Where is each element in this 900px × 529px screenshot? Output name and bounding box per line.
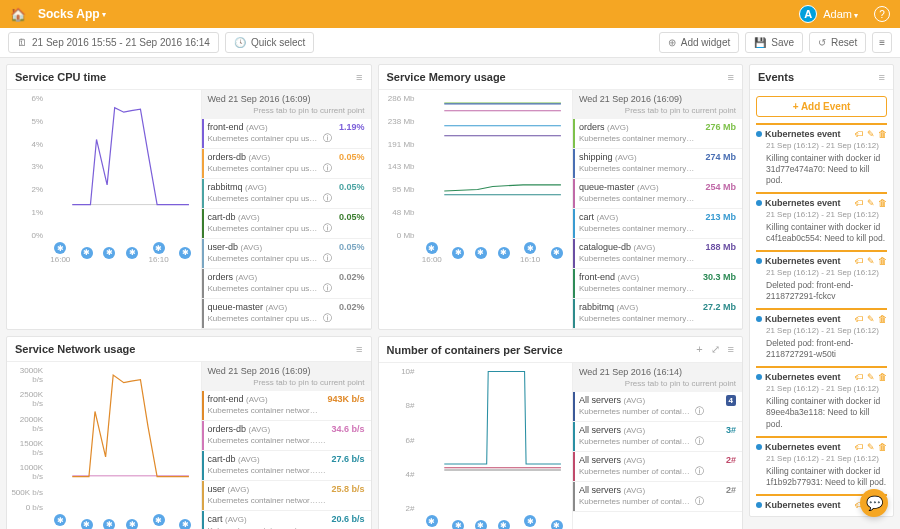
edit-icon[interactable]: ✎ <box>867 256 875 266</box>
legend-row[interactable]: .lrow[style*='#e08a2a']::before{backgrou… <box>202 391 371 421</box>
legend-row[interactable]: .lrow[style*='#d177b8']::before{backgrou… <box>202 421 371 451</box>
info-icon[interactable]: ⓘ <box>323 253 332 263</box>
tag-icon[interactable]: 🏷 <box>855 256 864 266</box>
quick-select-button[interactable]: 🕓Quick select <box>225 32 314 53</box>
event-item[interactable]: Kubernetes event 🏷 ✎ 🗑 21 Sep (16:12) - … <box>756 308 887 360</box>
event-item[interactable]: Kubernetes event 🏷 ✎ 🗑 21 Sep (16:12) - … <box>756 366 887 429</box>
info-icon[interactable]: ⓘ <box>323 465 327 475</box>
tag-icon[interactable]: 🏷 <box>855 129 864 139</box>
reset-button[interactable]: ↺Reset <box>809 32 866 53</box>
legend-row[interactable]: .lrow[style*='#6a4fa3']::before{backgrou… <box>573 239 742 269</box>
panel-menu-icon[interactable]: ≡ <box>728 343 734 356</box>
tag-icon[interactable]: 🏷 <box>855 372 864 382</box>
home-icon[interactable]: 🏠 <box>10 7 26 22</box>
edit-icon[interactable]: ✎ <box>867 129 875 139</box>
info-icon[interactable]: ⓘ <box>695 496 704 506</box>
legend-row[interactable]: .lrow[style*='#2a8fa3']::before{backgrou… <box>202 451 371 481</box>
info-icon[interactable]: ⓘ <box>695 466 704 476</box>
delete-icon[interactable]: 🗑 <box>878 372 887 382</box>
legend-row[interactable]: .lrow[style*='#8a8a8a']::before{backgrou… <box>202 299 371 329</box>
panel-menu-icon[interactable]: ≡ <box>356 71 362 83</box>
legend-row[interactable]: .lrow[style*='#c04a6b']::before{backgrou… <box>573 452 742 482</box>
x-tick: ✱16:10 <box>149 242 169 264</box>
chart-cpu[interactable]: 6%5%4%3%2%1%0% ✱16:00✱✱✱✱16:10✱ <box>11 94 197 264</box>
delete-icon[interactable]: 🗑 <box>878 314 887 324</box>
help-icon[interactable]: ? <box>874 6 890 22</box>
panel-menu-icon[interactable]: ≡ <box>728 71 734 83</box>
legend-row[interactable]: .lrow[style*='#d9a447']::before{backgrou… <box>202 481 371 511</box>
tag-icon[interactable]: 🏷 <box>855 442 864 452</box>
legend-row[interactable]: .lrow[style*='#2a8fa3']::before{backgrou… <box>202 511 371 529</box>
info-icon[interactable]: ⓘ <box>323 193 332 203</box>
event-message: Killing container with docker id 89ee4ba… <box>766 396 887 429</box>
delete-icon[interactable]: 🗑 <box>878 198 887 208</box>
legend-row[interactable]: .lrow[style*='#3a7d2e']::before{backgrou… <box>202 209 371 239</box>
edit-icon[interactable]: ✎ <box>867 314 875 324</box>
tooltip-hint: Press tab to pin to current point <box>208 106 365 115</box>
tag-icon[interactable]: 🏷 <box>855 198 864 208</box>
edit-icon[interactable]: ✎ <box>867 372 875 382</box>
legend-name: orders-db (AVG) <box>208 424 328 434</box>
chart-mem[interactable]: 286 Mb238 Mb191 Mb143 Mb95 Mb48 Mb0 Mb ✱… <box>383 94 569 264</box>
info-icon[interactable]: ⓘ <box>699 133 701 143</box>
info-icon[interactable]: ⓘ <box>323 163 332 173</box>
delete-icon[interactable]: 🗑 <box>878 129 887 139</box>
edit-icon[interactable]: ✎ <box>867 442 875 452</box>
panel-menu-icon[interactable]: ≡ <box>879 71 885 83</box>
user-menu[interactable]: Adam▾ <box>823 8 858 20</box>
info-icon[interactable]: ⓘ <box>323 283 332 293</box>
legend-row[interactable]: .lrow[style*='#4a6fb3']::before{backgrou… <box>573 149 742 179</box>
legend-row[interactable]: .lrow[style*='#2e8b57']::before{backgrou… <box>573 269 742 299</box>
info-icon[interactable]: ⓘ <box>323 435 327 445</box>
event-dot-icon <box>756 200 762 206</box>
expand-icon[interactable]: ⤢ <box>711 343 720 356</box>
chart-net[interactable]: 3000K b/s2500K b/s2000K b/s1500K b/s1000… <box>11 366 197 529</box>
legend-name: queue-master (AVG) <box>579 182 701 192</box>
event-item[interactable]: Kubernetes event 🏷 ✎ 🗑 21 Sep (16:12) - … <box>756 250 887 302</box>
info-icon[interactable]: ⓘ <box>323 525 327 529</box>
legend-row[interactable]: .lrow[style*='#8a8a8a']::before{backgrou… <box>202 269 371 299</box>
info-icon[interactable]: ⓘ <box>695 406 704 416</box>
legend-row[interactable]: .lrow[style*='#7b5fd9']::before{backgrou… <box>202 119 371 149</box>
avatar[interactable]: A <box>799 5 817 23</box>
legend-row[interactable]: .lrow[style*='#3b5998']::before{backgrou… <box>573 392 742 422</box>
legend-row[interactable]: .lrow[style*='#7ec14b']::before{backgrou… <box>573 119 742 149</box>
layout-menu-button[interactable]: ≡ <box>872 32 892 53</box>
event-item[interactable]: Kubernetes event 🏷 ✎ 🗑 21 Sep (16:12) - … <box>756 436 887 488</box>
delete-icon[interactable]: 🗑 <box>878 256 887 266</box>
app-title[interactable]: Socks App <box>38 7 100 21</box>
delete-icon[interactable]: 🗑 <box>878 442 887 452</box>
info-icon[interactable]: ⓘ <box>323 223 332 233</box>
legend-row[interactable]: .lrow[style*='#4aa3a2']::before{backgrou… <box>202 179 371 209</box>
legend-row[interactable]: .lrow[style*='#2a8fa3']::before{backgrou… <box>573 422 742 452</box>
legend-row[interactable]: .lrow[style*='#f2a33c']::before{backgrou… <box>202 149 371 179</box>
time-range-picker[interactable]: 🗓21 Sep 2016 15:55 - 21 Sep 2016 16:14 <box>8 32 219 53</box>
chat-bubble[interactable]: 💬 <box>860 489 888 517</box>
legend-sub: Kubernetes container memory… ⓘ <box>579 282 699 295</box>
event-item[interactable]: Kubernetes event 🏷 ✎ 🗑 21 Sep (16:12) - … <box>756 192 887 244</box>
panel-menu-icon[interactable]: ≡ <box>356 343 362 355</box>
legend-row[interactable]: .lrow[style*='#3a9bd1']::before{backgrou… <box>573 209 742 239</box>
info-icon[interactable]: ⓘ <box>323 495 327 505</box>
info-icon[interactable]: ⓘ <box>323 313 332 323</box>
panel-cpu: Service CPU time ≡ 6%5%4%3%2%1%0% ✱16:00… <box>6 64 372 330</box>
add-event-button[interactable]: + Add Event <box>756 96 887 117</box>
tag-icon[interactable]: 🏷 <box>855 314 864 324</box>
info-icon[interactable]: ⓘ <box>323 133 332 143</box>
add-widget-button[interactable]: ⊕Add widget <box>659 32 739 53</box>
info-icon[interactable]: ⓘ <box>699 163 701 173</box>
info-icon[interactable]: ⓘ <box>699 253 701 263</box>
info-icon[interactable]: ⓘ <box>699 223 701 233</box>
legend-row[interactable]: .lrow[style*='#8a8a8a']::before{backgrou… <box>573 482 742 512</box>
legend-row[interactable]: .lrow[style*='#c06aa8']::before{backgrou… <box>573 179 742 209</box>
save-button[interactable]: 💾Save <box>745 32 803 53</box>
legend-row[interactable]: .lrow[style*='#2e8b8b']::before{backgrou… <box>573 299 742 329</box>
app-caret-icon[interactable]: ▾ <box>102 10 106 19</box>
chart-cnt[interactable]: 10#8#6#4#2# ✱16:00✱✱✱✱16:10✱ <box>383 367 569 529</box>
info-icon[interactable]: ⓘ <box>695 436 704 446</box>
info-icon[interactable]: ⓘ <box>699 193 701 203</box>
edit-icon[interactable]: ✎ <box>867 198 875 208</box>
add-series-icon[interactable]: + <box>696 343 702 356</box>
event-item[interactable]: Kubernetes event 🏷 ✎ 🗑 21 Sep (16:12) - … <box>756 123 887 186</box>
legend-row[interactable]: .lrow[style*='#7aa6c2']::before{backgrou… <box>202 239 371 269</box>
